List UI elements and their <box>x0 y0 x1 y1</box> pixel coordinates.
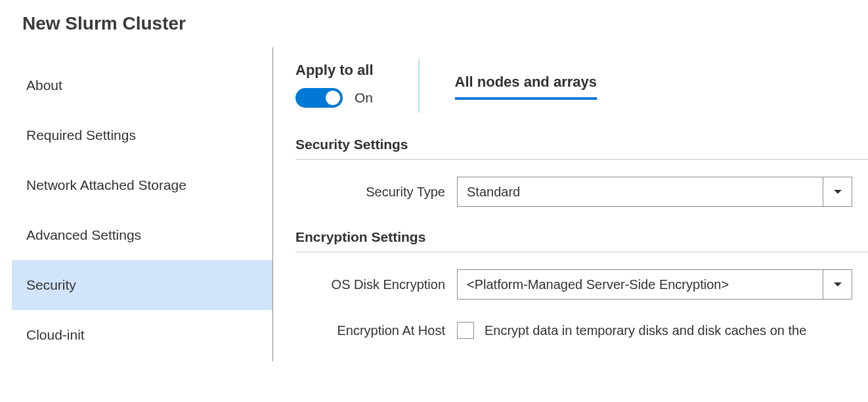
sidebar-item-required-settings[interactable]: Required Settings <box>12 110 272 160</box>
sidebar-item-advanced-settings[interactable]: Advanced Settings <box>12 210 272 260</box>
toggle-state-label: On <box>355 90 373 106</box>
sidebar-item-network-attached-storage[interactable]: Network Attached Storage <box>12 160 272 210</box>
sidebar-item-security[interactable]: Security <box>12 260 272 310</box>
tab-block: All nodes and arrays <box>420 59 597 100</box>
apply-all-block: Apply to all On <box>295 59 420 113</box>
encryption-at-host-checkbox-label: Encrypt data in temporary disks and disk… <box>485 323 806 338</box>
toggle-row: On <box>295 88 374 108</box>
tab-all-nodes-and-arrays[interactable]: All nodes and arrays <box>455 74 597 100</box>
sidebar-item-about[interactable]: About <box>12 60 272 110</box>
main-panel: Apply to all On All nodes and arrays Sec… <box>273 47 868 361</box>
content-wrapper: About Required Settings Network Attached… <box>0 47 868 361</box>
security-type-value: Standard <box>458 185 823 200</box>
apply-all-toggle[interactable] <box>295 88 343 108</box>
security-settings-heading: Security Settings <box>295 137 868 160</box>
sidebar-item-cloud-init[interactable]: Cloud-init <box>12 310 272 360</box>
security-type-row: Security Type Standard <box>295 177 868 207</box>
encryption-at-host-label: Encryption At Host <box>295 323 457 338</box>
os-disk-encryption-row: OS Disk Encryption <Platform-Managed Ser… <box>295 269 868 300</box>
encryption-at-host-row: Encryption At Host Encrypt data in tempo… <box>295 322 868 339</box>
security-type-caret <box>823 177 852 206</box>
sidebar: About Required Settings Network Attached… <box>0 47 273 361</box>
os-disk-encryption-select[interactable]: <Platform-Managed Server-Side Encryption… <box>457 269 852 300</box>
os-disk-encryption-caret <box>823 270 852 299</box>
top-controls: Apply to all On All nodes and arrays <box>295 59 868 113</box>
apply-all-label: Apply to all <box>295 62 374 79</box>
chevron-down-icon <box>833 189 842 194</box>
page-title: New Slurm Cluster <box>0 0 868 41</box>
security-type-select[interactable]: Standard <box>457 177 852 207</box>
os-disk-encryption-value: <Platform-Managed Server-Side Encryption… <box>458 277 823 292</box>
encryption-settings-heading: Encryption Settings <box>295 229 868 252</box>
chevron-down-icon <box>833 282 842 287</box>
os-disk-encryption-label: OS Disk Encryption <box>295 277 457 292</box>
encryption-at-host-checkbox[interactable] <box>457 322 474 339</box>
toggle-knob <box>326 91 340 105</box>
security-type-label: Security Type <box>295 185 457 200</box>
